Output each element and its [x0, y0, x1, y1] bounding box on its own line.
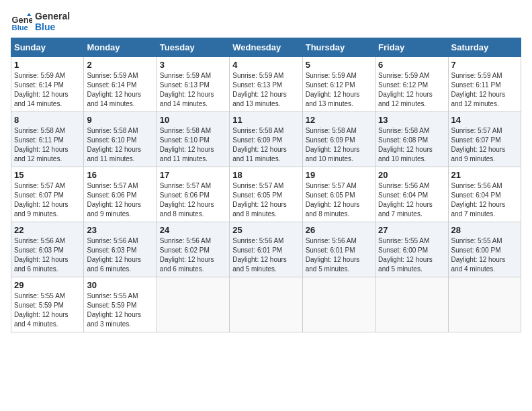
- calendar-cell: 11Sunrise: 5:58 AMSunset: 6:09 PMDayligh…: [230, 112, 302, 167]
- day-info: Sunrise: 5:59 AMSunset: 6:12 PMDaylight:…: [378, 71, 445, 109]
- day-info: Sunrise: 5:58 AMSunset: 6:10 PMDaylight:…: [87, 126, 153, 164]
- calendar-cell: 9Sunrise: 5:58 AMSunset: 6:10 PMDaylight…: [84, 112, 157, 167]
- calendar-cell: 27Sunrise: 5:55 AMSunset: 6:00 PMDayligh…: [375, 222, 448, 277]
- calendar-cell: 23Sunrise: 5:56 AMSunset: 6:03 PMDayligh…: [84, 222, 157, 277]
- day-number: 6: [378, 60, 445, 70]
- day-number: 24: [160, 225, 226, 235]
- day-number: 17: [160, 170, 226, 180]
- calendar-cell: [375, 277, 448, 332]
- day-number: 2: [87, 60, 153, 70]
- calendar-week-row: 15Sunrise: 5:57 AMSunset: 6:07 PMDayligh…: [11, 167, 521, 222]
- day-info: Sunrise: 5:56 AMSunset: 6:04 PMDaylight:…: [451, 181, 518, 219]
- day-info: Sunrise: 5:59 AMSunset: 6:11 PMDaylight:…: [451, 71, 518, 109]
- day-number: 16: [87, 170, 153, 180]
- calendar-cell: 29Sunrise: 5:55 AMSunset: 5:59 PMDayligh…: [11, 277, 84, 332]
- calendar-cell: 24Sunrise: 5:56 AMSunset: 6:02 PMDayligh…: [157, 222, 229, 277]
- day-info: Sunrise: 5:55 AMSunset: 6:00 PMDaylight:…: [378, 236, 445, 274]
- day-number: 21: [451, 170, 518, 180]
- day-number: 5: [306, 60, 372, 70]
- day-number: 15: [14, 170, 81, 180]
- day-info: Sunrise: 5:58 AMSunset: 6:08 PMDaylight:…: [378, 126, 445, 164]
- calendar-header-row: SundayMondayTuesdayWednesdayThursdayFrid…: [11, 38, 521, 57]
- calendar-body: 1Sunrise: 5:59 AMSunset: 6:14 PMDaylight…: [11, 57, 521, 332]
- calendar-cell: [230, 277, 302, 332]
- calendar-cell: 12Sunrise: 5:58 AMSunset: 6:09 PMDayligh…: [302, 112, 375, 167]
- day-info: Sunrise: 5:58 AMSunset: 6:09 PMDaylight:…: [306, 126, 372, 164]
- calendar-week-row: 1Sunrise: 5:59 AMSunset: 6:14 PMDaylight…: [11, 57, 521, 112]
- calendar-week-row: 22Sunrise: 5:56 AMSunset: 6:03 PMDayligh…: [11, 222, 521, 277]
- day-number: 12: [306, 115, 372, 125]
- calendar-cell: 28Sunrise: 5:55 AMSunset: 6:00 PMDayligh…: [448, 222, 521, 277]
- day-number: 22: [14, 225, 81, 235]
- day-number: 3: [160, 60, 226, 70]
- day-number: 20: [378, 170, 445, 180]
- calendar-cell: 18Sunrise: 5:57 AMSunset: 6:05 PMDayligh…: [230, 167, 302, 222]
- day-info: Sunrise: 5:55 AMSunset: 5:59 PMDaylight:…: [87, 291, 153, 329]
- day-info: Sunrise: 5:59 AMSunset: 6:13 PMDaylight:…: [160, 71, 226, 109]
- day-info: Sunrise: 5:56 AMSunset: 6:02 PMDaylight:…: [160, 236, 226, 274]
- calendar-cell: [157, 277, 229, 332]
- logo-icon: General Blue: [11, 11, 32, 32]
- day-number: 18: [232, 170, 299, 180]
- calendar-cell: 20Sunrise: 5:56 AMSunset: 6:04 PMDayligh…: [375, 167, 448, 222]
- calendar-table: SundayMondayTuesdayWednesdayThursdayFrid…: [11, 38, 521, 332]
- day-info: Sunrise: 5:56 AMSunset: 6:04 PMDaylight:…: [378, 181, 445, 219]
- day-number: 11: [232, 115, 299, 125]
- day-info: Sunrise: 5:56 AMSunset: 6:01 PMDaylight:…: [306, 236, 372, 274]
- calendar-cell: 26Sunrise: 5:56 AMSunset: 6:01 PMDayligh…: [302, 222, 375, 277]
- calendar-cell: 16Sunrise: 5:57 AMSunset: 6:06 PMDayligh…: [84, 167, 157, 222]
- weekday-header-wednesday: Wednesday: [230, 38, 302, 57]
- day-info: Sunrise: 5:56 AMSunset: 6:03 PMDaylight:…: [87, 236, 153, 274]
- weekday-header-sunday: Sunday: [11, 38, 84, 57]
- weekday-header-thursday: Thursday: [302, 38, 375, 57]
- logo-text-blue: Blue: [35, 21, 70, 32]
- day-info: Sunrise: 5:58 AMSunset: 6:09 PMDaylight:…: [232, 126, 299, 164]
- day-info: Sunrise: 5:56 AMSunset: 6:01 PMDaylight:…: [232, 236, 299, 274]
- logo-text-general: General: [35, 11, 70, 21]
- calendar-cell: 25Sunrise: 5:56 AMSunset: 6:01 PMDayligh…: [230, 222, 302, 277]
- day-number: 1: [14, 60, 81, 70]
- day-info: Sunrise: 5:58 AMSunset: 6:11 PMDaylight:…: [14, 126, 81, 164]
- logo: General Blue General Blue: [11, 11, 70, 32]
- calendar-cell: 5Sunrise: 5:59 AMSunset: 6:12 PMDaylight…: [302, 57, 375, 112]
- calendar-week-row: 8Sunrise: 5:58 AMSunset: 6:11 PMDaylight…: [11, 112, 521, 167]
- calendar-cell: 7Sunrise: 5:59 AMSunset: 6:11 PMDaylight…: [448, 57, 521, 112]
- weekday-header-friday: Friday: [375, 38, 448, 57]
- day-number: 13: [378, 115, 445, 125]
- day-number: 28: [451, 225, 518, 235]
- day-info: Sunrise: 5:57 AMSunset: 6:05 PMDaylight:…: [232, 181, 299, 219]
- weekday-header-monday: Monday: [84, 38, 157, 57]
- day-info: Sunrise: 5:56 AMSunset: 6:03 PMDaylight:…: [14, 236, 81, 274]
- day-number: 19: [306, 170, 372, 180]
- calendar-cell: 1Sunrise: 5:59 AMSunset: 6:14 PMDaylight…: [11, 57, 84, 112]
- day-info: Sunrise: 5:55 AMSunset: 5:59 PMDaylight:…: [14, 291, 81, 329]
- page-header: General Blue General Blue: [11, 11, 521, 32]
- day-info: Sunrise: 5:57 AMSunset: 6:06 PMDaylight:…: [160, 181, 226, 219]
- calendar-cell: 14Sunrise: 5:57 AMSunset: 6:07 PMDayligh…: [448, 112, 521, 167]
- day-number: 27: [378, 225, 445, 235]
- calendar-cell: 3Sunrise: 5:59 AMSunset: 6:13 PMDaylight…: [157, 57, 229, 112]
- day-info: Sunrise: 5:59 AMSunset: 6:12 PMDaylight:…: [306, 71, 372, 109]
- calendar-cell: 6Sunrise: 5:59 AMSunset: 6:12 PMDaylight…: [375, 57, 448, 112]
- svg-text:Blue: Blue: [12, 24, 28, 32]
- day-info: Sunrise: 5:59 AMSunset: 6:14 PMDaylight:…: [87, 71, 153, 109]
- calendar-cell: [448, 277, 521, 332]
- day-number: 30: [87, 280, 153, 290]
- calendar-cell: 4Sunrise: 5:59 AMSunset: 6:13 PMDaylight…: [230, 57, 302, 112]
- calendar-cell: 10Sunrise: 5:58 AMSunset: 6:10 PMDayligh…: [157, 112, 229, 167]
- calendar-cell: 19Sunrise: 5:57 AMSunset: 6:05 PMDayligh…: [302, 167, 375, 222]
- day-number: 14: [451, 115, 518, 125]
- calendar-cell: 21Sunrise: 5:56 AMSunset: 6:04 PMDayligh…: [448, 167, 521, 222]
- calendar-cell: [302, 277, 375, 332]
- day-number: 26: [306, 225, 372, 235]
- calendar-cell: 13Sunrise: 5:58 AMSunset: 6:08 PMDayligh…: [375, 112, 448, 167]
- day-info: Sunrise: 5:57 AMSunset: 6:05 PMDaylight:…: [306, 181, 372, 219]
- day-number: 10: [160, 115, 226, 125]
- calendar-week-row: 29Sunrise: 5:55 AMSunset: 5:59 PMDayligh…: [11, 277, 521, 332]
- day-number: 25: [232, 225, 299, 235]
- weekday-header-tuesday: Tuesday: [157, 38, 229, 57]
- day-number: 4: [232, 60, 299, 70]
- day-info: Sunrise: 5:59 AMSunset: 6:13 PMDaylight:…: [232, 71, 299, 109]
- day-info: Sunrise: 5:57 AMSunset: 6:07 PMDaylight:…: [14, 181, 81, 219]
- calendar-cell: 8Sunrise: 5:58 AMSunset: 6:11 PMDaylight…: [11, 112, 84, 167]
